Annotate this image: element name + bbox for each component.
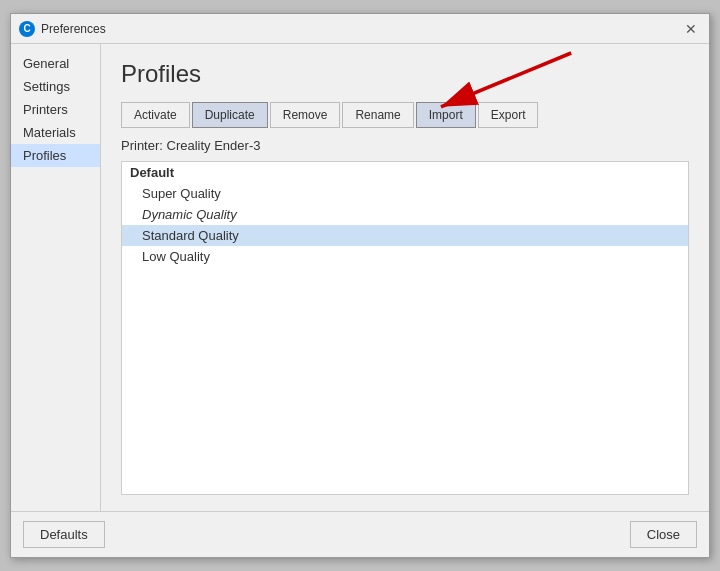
import-button[interactable]: Import	[416, 102, 476, 128]
sidebar-item-general[interactable]: General	[11, 52, 100, 75]
profiles-toolbar: Activate Duplicate Remove Rename Import …	[121, 102, 689, 128]
remove-button[interactable]: Remove	[270, 102, 341, 128]
window-content: General Settings Printers Materials Prof…	[11, 44, 709, 511]
preferences-window: C Preferences ✕ General Settings Printer…	[10, 13, 710, 558]
sidebar-item-materials[interactable]: Materials	[11, 121, 100, 144]
profile-item-super-quality[interactable]: Super Quality	[122, 183, 688, 204]
window-title: Preferences	[41, 22, 106, 36]
app-icon: C	[19, 21, 35, 37]
page-title: Profiles	[121, 60, 689, 88]
title-bar-left: C Preferences	[19, 21, 106, 37]
footer: Defaults Close	[11, 511, 709, 557]
title-bar: C Preferences ✕	[11, 14, 709, 44]
profile-group-header-default: Default	[122, 162, 688, 183]
export-button[interactable]: Export	[478, 102, 539, 128]
activate-button[interactable]: Activate	[121, 102, 190, 128]
sidebar-item-settings[interactable]: Settings	[11, 75, 100, 98]
close-button[interactable]: Close	[630, 521, 697, 548]
profile-item-standard-quality[interactable]: Standard Quality	[122, 225, 688, 246]
sidebar-item-printers[interactable]: Printers	[11, 98, 100, 121]
profile-list: Default Super Quality Dynamic Quality St…	[121, 161, 689, 495]
main-wrapper: Profiles Activate Duplicate Remove Renam…	[101, 44, 709, 511]
profile-item-low-quality[interactable]: Low Quality	[122, 246, 688, 267]
defaults-button[interactable]: Defaults	[23, 521, 105, 548]
rename-button[interactable]: Rename	[342, 102, 413, 128]
profile-item-dynamic-quality[interactable]: Dynamic Quality	[122, 204, 688, 225]
sidebar: General Settings Printers Materials Prof…	[11, 44, 101, 511]
close-window-button[interactable]: ✕	[681, 19, 701, 39]
printer-label: Printer: Creality Ender-3	[121, 138, 689, 153]
duplicate-button[interactable]: Duplicate	[192, 102, 268, 128]
main-content: Profiles Activate Duplicate Remove Renam…	[101, 44, 709, 511]
sidebar-item-profiles[interactable]: Profiles	[11, 144, 100, 167]
